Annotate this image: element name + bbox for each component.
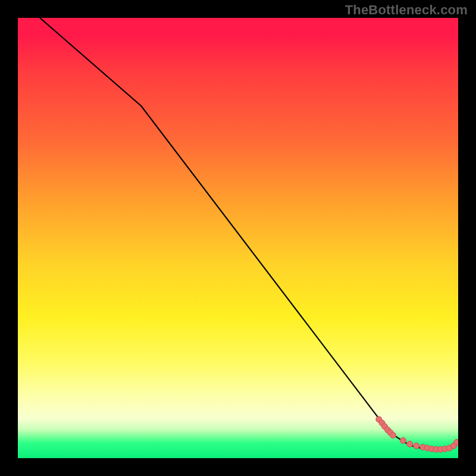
- watermark-text: TheBottleneck.com: [345, 2, 468, 18]
- scatter-point: [414, 443, 419, 449]
- chart-overlay: [18, 18, 458, 458]
- scatter-point: [390, 433, 396, 439]
- scatter-point: [400, 437, 406, 443]
- scatter-point: [407, 441, 413, 447]
- scatter-point: [454, 439, 458, 445]
- curve-path: [40, 18, 456, 449]
- scatter-markers: [376, 416, 458, 452]
- curve-line: [40, 18, 456, 449]
- chart-frame: TheBottleneck.com: [0, 0, 476, 476]
- plot-area: [18, 18, 458, 458]
